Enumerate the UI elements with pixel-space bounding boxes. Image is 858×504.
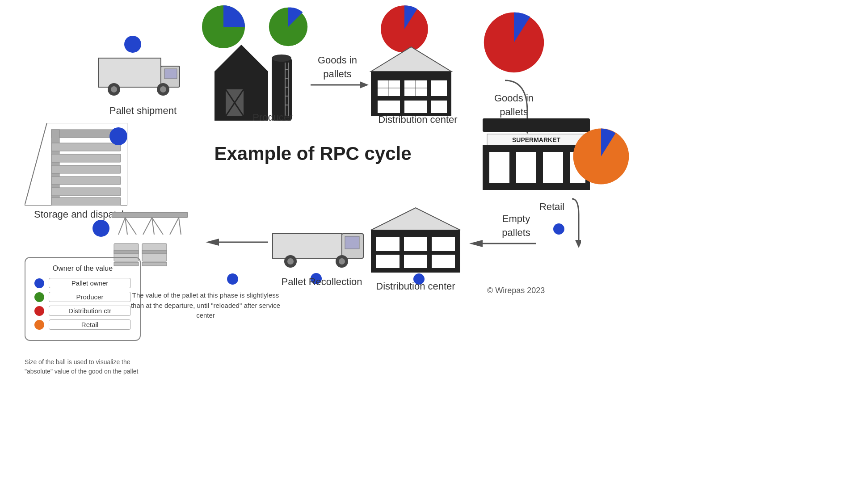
svg-rect-73: [142, 250, 167, 254]
goods-in-pallets-top-label: Goods in pallets: [308, 54, 366, 81]
svg-line-62: [118, 218, 125, 235]
svg-rect-75: [142, 262, 167, 266]
legend-item-retail: Retail: [34, 319, 131, 330]
main-title: Example of RPC cycle: [179, 143, 447, 164]
svg-rect-14: [272, 58, 292, 121]
svg-point-15: [272, 55, 291, 62]
svg-marker-85: [371, 208, 460, 230]
svg-rect-78: [273, 234, 342, 258]
legend-item-producer: Producer: [34, 292, 131, 302]
legend-item-dist: Distribution ctr: [34, 306, 131, 316]
pallet-recollection-label: Pallet Recollection: [277, 276, 366, 288]
pallet-recollection-truck: [268, 220, 366, 269]
arrow-right-top: [311, 78, 369, 92]
legend-label-retail: Retail: [49, 319, 131, 330]
producer-label: Producer: [237, 112, 308, 123]
svg-line-68: [170, 218, 179, 235]
pie-chart-top-right: [483, 11, 545, 74]
svg-point-4: [111, 86, 117, 92]
svg-marker-26: [371, 47, 451, 71]
svg-rect-31: [378, 101, 400, 113]
svg-rect-56: [51, 154, 121, 162]
legend-item-pallet: Pallet owner: [34, 278, 131, 288]
svg-point-82: [287, 258, 294, 265]
arrow-left-bottom: [206, 235, 268, 249]
svg-point-84: [339, 258, 345, 265]
svg-rect-60: [51, 197, 121, 206]
truck-icon: [94, 49, 183, 98]
svg-rect-44: [489, 152, 509, 183]
copyright-text: © Wirepas 2023: [487, 286, 545, 295]
pallet-owner-note: Size of the ball is used to visualize th…: [25, 357, 145, 376]
legend-label-producer: Producer: [49, 292, 131, 302]
value-note: The value of the pallet at this phase is…: [130, 290, 282, 321]
legend-dot-pallet: [34, 278, 44, 288]
svg-text:SUPERMARKET: SUPERMARKET: [512, 136, 561, 143]
legend-label-dist: Distribution ctr: [49, 306, 131, 316]
dist-center-bottom-label: Distribution center: [371, 281, 460, 292]
svg-rect-0: [98, 58, 161, 87]
svg-rect-71: [114, 250, 139, 254]
legend-box: Owner of the value Pallet owner Producer…: [25, 257, 141, 341]
svg-rect-87: [376, 237, 400, 251]
svg-rect-2: [164, 69, 177, 79]
svg-rect-92: [432, 255, 455, 268]
dist-center-top-icon: [366, 45, 456, 121]
svg-rect-57: [51, 165, 121, 173]
dist-center-bottom-icon: [366, 206, 465, 275]
blue-dot-storage: [109, 127, 127, 145]
svg-rect-55: [51, 143, 121, 151]
svg-marker-94: [469, 240, 483, 247]
svg-rect-88: [404, 237, 427, 251]
main-scene: Example of RPC cycle Pallet shipment: [0, 0, 858, 504]
dist-center-top-label: Distribution center: [366, 114, 469, 126]
svg-line-69: [179, 218, 181, 235]
svg-rect-80: [345, 236, 359, 249]
pallet-shipment-label: Pallet shipment: [98, 105, 188, 117]
svg-line-49: [25, 123, 47, 206]
legend-title: Owner of the value: [34, 265, 131, 273]
legend-dot-retail: [34, 320, 44, 330]
svg-point-6: [160, 86, 166, 92]
pie-chart-retail: [572, 127, 630, 185]
svg-rect-33: [431, 101, 447, 113]
svg-rect-46: [543, 152, 563, 183]
svg-rect-32: [404, 101, 427, 113]
svg-line-65: [143, 218, 152, 235]
svg-rect-61: [112, 212, 188, 218]
legend-dot-dist: [34, 306, 44, 316]
svg-rect-45: [516, 152, 536, 183]
legend-label-pallet: Pallet owner: [49, 278, 131, 288]
svg-rect-90: [376, 255, 400, 268]
blue-dot-shipment: [124, 36, 141, 53]
svg-rect-89: [432, 237, 455, 251]
svg-marker-95: [575, 240, 581, 248]
svg-rect-59: [51, 188, 121, 196]
size-note: Size of the ball is used to visualize th…: [25, 358, 138, 375]
svg-rect-91: [404, 255, 427, 268]
legend-dot-producer: [34, 292, 44, 302]
svg-marker-10: [214, 45, 268, 71]
curved-arrow-return: [536, 197, 581, 250]
blue-dot-small-bottom: [227, 273, 238, 285]
blue-dot-dispatch: [93, 220, 109, 237]
svg-rect-58: [51, 176, 121, 185]
svg-marker-77: [206, 239, 219, 246]
svg-rect-30: [431, 80, 447, 96]
